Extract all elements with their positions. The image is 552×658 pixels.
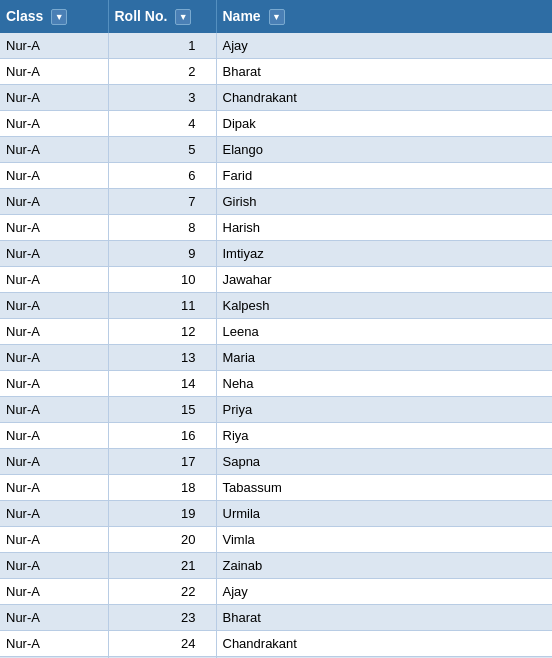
cell-roll: 8 xyxy=(108,215,216,241)
cell-name: Dipak xyxy=(216,111,552,137)
cell-name: Imtiyaz xyxy=(216,241,552,267)
data-table: Class ▼ Roll No. ▼ Name ▼ Nur-A1AjayNur-… xyxy=(0,0,552,658)
table-row: Nur-A12Leena xyxy=(0,319,552,345)
cell-name: Tabassum xyxy=(216,475,552,501)
cell-roll: 11 xyxy=(108,293,216,319)
cell-roll: 2 xyxy=(108,59,216,85)
cell-name: Elango xyxy=(216,137,552,163)
cell-name: Sapna xyxy=(216,449,552,475)
table-row: Nur-A16Riya xyxy=(0,423,552,449)
cell-class: Nur-A xyxy=(0,397,108,423)
cell-roll: 14 xyxy=(108,371,216,397)
cell-roll: 3 xyxy=(108,85,216,111)
cell-class: Nur-A xyxy=(0,371,108,397)
cell-roll: 15 xyxy=(108,397,216,423)
cell-roll: 18 xyxy=(108,475,216,501)
cell-roll: 1 xyxy=(108,33,216,59)
cell-class: Nur-A xyxy=(0,241,108,267)
table-row: Nur-A23Bharat xyxy=(0,605,552,631)
cell-class: Nur-A xyxy=(0,345,108,371)
cell-class: Nur-A xyxy=(0,553,108,579)
cell-class: Nur-A xyxy=(0,215,108,241)
cell-roll: 22 xyxy=(108,579,216,605)
table-row: Nur-A19Urmila xyxy=(0,501,552,527)
cell-name: Ajay xyxy=(216,33,552,59)
cell-roll: 16 xyxy=(108,423,216,449)
table-row: Nur-A18Tabassum xyxy=(0,475,552,501)
cell-class: Nur-A xyxy=(0,631,108,657)
cell-name: Farid xyxy=(216,163,552,189)
cell-name: Leena xyxy=(216,319,552,345)
table-row: Nur-A22Ajay xyxy=(0,579,552,605)
class-dropdown-icon[interactable]: ▼ xyxy=(51,9,67,25)
cell-name: Neha xyxy=(216,371,552,397)
cell-name: Kalpesh xyxy=(216,293,552,319)
cell-roll: 21 xyxy=(108,553,216,579)
table-row: Nur-A24Chandrakant xyxy=(0,631,552,657)
table-row: Nur-A4Dipak xyxy=(0,111,552,137)
cell-class: Nur-A xyxy=(0,527,108,553)
cell-name: Maria xyxy=(216,345,552,371)
roll-column-label: Roll No. xyxy=(115,8,168,24)
cell-class: Nur-A xyxy=(0,319,108,345)
table-row: Nur-A8Harish xyxy=(0,215,552,241)
cell-roll: 7 xyxy=(108,189,216,215)
cell-name: Urmila xyxy=(216,501,552,527)
table-row: Nur-A17Sapna xyxy=(0,449,552,475)
table-row: Nur-A11Kalpesh xyxy=(0,293,552,319)
cell-class: Nur-A xyxy=(0,449,108,475)
cell-roll: 12 xyxy=(108,319,216,345)
cell-roll: 13 xyxy=(108,345,216,371)
table-header-row: Class ▼ Roll No. ▼ Name ▼ xyxy=(0,0,552,33)
cell-name: Bharat xyxy=(216,605,552,631)
cell-roll: 17 xyxy=(108,449,216,475)
name-column-label: Name xyxy=(223,8,261,24)
cell-class: Nur-A xyxy=(0,605,108,631)
table-row: Nur-A6Farid xyxy=(0,163,552,189)
cell-name: Chandrakant xyxy=(216,631,552,657)
cell-class: Nur-A xyxy=(0,59,108,85)
cell-class: Nur-A xyxy=(0,501,108,527)
cell-name: Bharat xyxy=(216,59,552,85)
cell-class: Nur-A xyxy=(0,189,108,215)
table-row: Nur-A2Bharat xyxy=(0,59,552,85)
roll-dropdown-icon[interactable]: ▼ xyxy=(175,9,191,25)
cell-class: Nur-A xyxy=(0,579,108,605)
cell-roll: 10 xyxy=(108,267,216,293)
cell-roll: 4 xyxy=(108,111,216,137)
cell-name: Riya xyxy=(216,423,552,449)
cell-name: Ajay xyxy=(216,579,552,605)
cell-roll: 6 xyxy=(108,163,216,189)
cell-roll: 5 xyxy=(108,137,216,163)
cell-name: Zainab xyxy=(216,553,552,579)
table-row: Nur-A15Priya xyxy=(0,397,552,423)
cell-class: Nur-A xyxy=(0,111,108,137)
cell-class: Nur-A xyxy=(0,475,108,501)
table-row: Nur-A5Elango xyxy=(0,137,552,163)
cell-roll: 19 xyxy=(108,501,216,527)
table-row: Nur-A1Ajay xyxy=(0,33,552,59)
table-row: Nur-A20Vimla xyxy=(0,527,552,553)
cell-roll: 20 xyxy=(108,527,216,553)
column-header-roll: Roll No. ▼ xyxy=(108,0,216,33)
cell-roll: 24 xyxy=(108,631,216,657)
cell-class: Nur-A xyxy=(0,85,108,111)
cell-name: Harish xyxy=(216,215,552,241)
cell-class: Nur-A xyxy=(0,423,108,449)
class-column-label: Class xyxy=(6,8,43,24)
cell-class: Nur-A xyxy=(0,293,108,319)
cell-name: Jawahar xyxy=(216,267,552,293)
cell-class: Nur-A xyxy=(0,163,108,189)
table-row: Nur-A13Maria xyxy=(0,345,552,371)
cell-name: Chandrakant xyxy=(216,85,552,111)
column-header-class: Class ▼ xyxy=(0,0,108,33)
cell-name: Vimla xyxy=(216,527,552,553)
table-row: Nur-A14Neha xyxy=(0,371,552,397)
name-dropdown-icon[interactable]: ▼ xyxy=(269,9,285,25)
cell-class: Nur-A xyxy=(0,267,108,293)
cell-class: Nur-A xyxy=(0,33,108,59)
table-row: Nur-A21Zainab xyxy=(0,553,552,579)
cell-class: Nur-A xyxy=(0,137,108,163)
table-row: Nur-A3Chandrakant xyxy=(0,85,552,111)
table-row: Nur-A10Jawahar xyxy=(0,267,552,293)
